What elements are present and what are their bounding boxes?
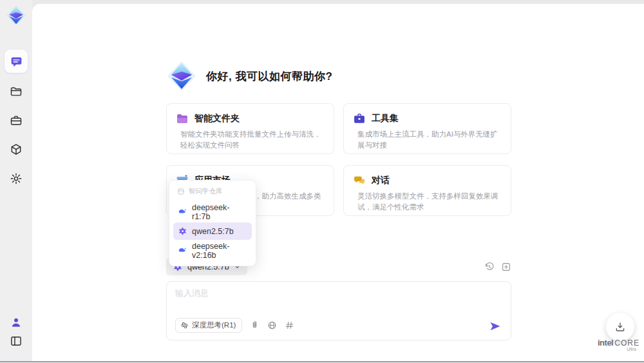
card-title: 对话 — [372, 175, 390, 186]
model-option-qwen[interactable]: qwen2.5:7b — [173, 222, 252, 240]
intel-wordmark: intel — [598, 338, 613, 348]
qwen-logo-icon — [178, 226, 187, 236]
card-toolset[interactable]: 工具集 集成市场上主流工具，助力AI与外界无缝扩展与对接 — [343, 103, 511, 154]
composer: 深度思考(R1) — [166, 281, 511, 340]
model-dropdown: 智问学仓库 deepseek-r1:7b qwen2.5:7b deepseek… — [169, 180, 256, 266]
page-title: 你好, 我可以如何帮助你? — [206, 69, 332, 84]
globe-icon[interactable] — [267, 320, 277, 330]
smart-folder-icon — [176, 112, 189, 125]
composer-toolbar: 深度思考(R1) — [175, 318, 294, 333]
core-wordmark: core — [614, 338, 639, 348]
dialog-bubbles-icon — [353, 174, 366, 187]
toolset-briefcase-icon — [353, 112, 366, 125]
card-description: 集成市场上主流工具，助力AI与外界无缝扩展与对接 — [357, 129, 502, 151]
sidebar-item-folders[interactable] — [5, 80, 28, 103]
sidebar-item-toolbox[interactable] — [5, 109, 28, 132]
briefcase-icon — [10, 114, 23, 127]
intel-core-badge: intelcore Ultra — [598, 338, 639, 351]
sidebar-item-settings[interactable] — [5, 167, 28, 190]
model-dropdown-header: 智问学仓库 — [173, 186, 252, 201]
ultra-wordmark: Ultra — [598, 347, 636, 351]
model-option-label: deepseek-r1:7b — [192, 203, 247, 221]
message-input[interactable] — [175, 288, 497, 312]
card-description: 灵活切换多模型文件，支持多样回复效果调试，满足个性化需求 — [357, 191, 502, 213]
layout-panel-icon — [10, 335, 23, 348]
send-icon[interactable] — [489, 320, 502, 333]
gear-icon — [10, 172, 23, 185]
app-logo-diamond-icon — [166, 61, 197, 92]
model-option-deepseek-r1[interactable]: deepseek-r1:7b — [173, 203, 252, 221]
card-description: 智能文件夹功能支持批量文件上传与清洗，轻松实现文件问答 — [180, 129, 325, 151]
atom-icon — [180, 321, 189, 329]
deepseek-whale-icon — [178, 207, 187, 217]
card-dialog[interactable]: 对话 灵活切换多模型文件，支持多样回复效果调试，满足个性化需求 — [343, 165, 511, 216]
greeting: 你好, 我可以如何帮助你? — [166, 61, 332, 92]
model-option-label: deepseek-v2:16b — [192, 242, 247, 260]
model-dropdown-header-label: 智问学仓库 — [189, 187, 223, 196]
user-icon — [10, 316, 23, 329]
sidebar-item-panel-toggle[interactable] — [5, 329, 28, 353]
app-window: 你好, 我可以如何帮助你? 智能文件夹 智能文件夹功能支持批量文件上传与清洗，轻… — [0, 0, 644, 363]
sidebar-item-models[interactable] — [5, 138, 28, 161]
card-smart-folder[interactable]: 智能文件夹 智能文件夹功能支持批量文件上传与清洗，轻松实现文件问答 — [166, 103, 334, 154]
download-icon — [614, 321, 626, 333]
attachment-icon[interactable] — [250, 320, 260, 330]
chat-bubble-icon — [10, 55, 23, 68]
cube-icon — [10, 143, 23, 156]
bottom-divider — [0, 361, 644, 362]
history-icon[interactable] — [484, 262, 495, 272]
card-title: 智能文件夹 — [194, 113, 240, 124]
session-tools — [484, 262, 511, 272]
deep-think-label: 深度思考(R1) — [192, 320, 236, 330]
repo-icon — [177, 188, 185, 195]
model-option-label: qwen2.5:7b — [192, 227, 234, 236]
deepseek-whale-icon — [178, 246, 187, 255]
card-title: 工具集 — [372, 113, 399, 124]
deep-think-toggle[interactable]: 深度思考(R1) — [175, 318, 242, 333]
download-button[interactable] — [606, 313, 634, 341]
grid-icon[interactable] — [285, 320, 294, 330]
model-option-deepseek-v2[interactable]: deepseek-v2:16b — [173, 242, 252, 259]
sidebar — [0, 0, 32, 361]
sidebar-item-chat[interactable] — [5, 50, 28, 73]
folder-icon — [10, 85, 23, 98]
app-logo-diamond-icon — [6, 5, 26, 26]
new-chat-icon[interactable] — [501, 262, 511, 272]
